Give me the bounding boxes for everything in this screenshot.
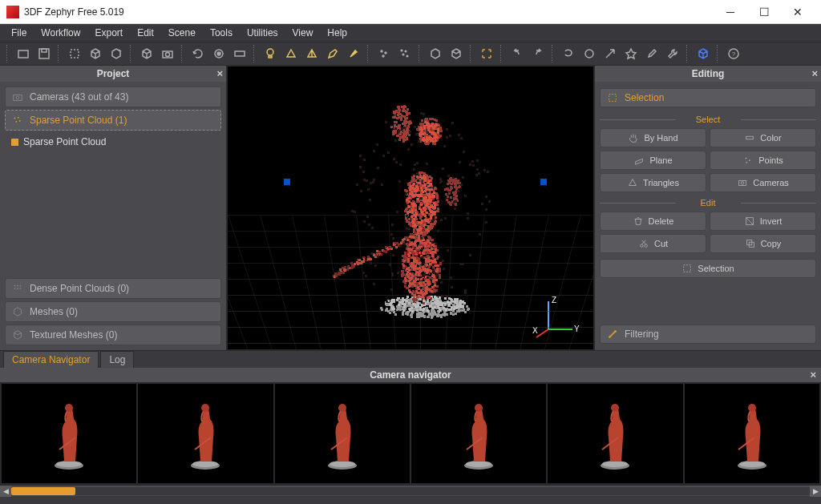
brush-icon[interactable] [345, 45, 362, 62]
svg-point-24 [15, 121, 17, 123]
scroll-right-icon[interactable]: ▶ [810, 486, 821, 497]
dense-point-clouds-group[interactable]: Dense Point Clouds (0) [5, 278, 221, 299]
plane-button[interactable]: Plane [600, 151, 706, 170]
svg-point-52 [614, 330, 617, 333]
textured-icon [12, 329, 23, 341]
svg-point-16 [406, 55, 408, 57]
camera-thumbnail[interactable] [411, 384, 546, 483]
dense-icon [12, 283, 23, 294]
mesh-icon [12, 306, 23, 317]
svg-point-41 [749, 159, 750, 161]
svg-point-64 [338, 404, 346, 412]
maximize-button[interactable]: ☐ [747, 1, 781, 23]
delete-button[interactable]: Delete [600, 212, 706, 231]
by-hand-button[interactable]: By Hand [600, 128, 706, 147]
scroll-handle[interactable] [11, 487, 75, 495]
menu-scene[interactable]: Scene [162, 26, 202, 40]
orbit-icon[interactable] [210, 45, 228, 62]
menu-tools[interactable]: Tools [204, 26, 239, 40]
wrench-icon[interactable] [664, 45, 681, 62]
menu-utilities[interactable]: Utilities [241, 26, 285, 40]
svg-rect-50 [684, 265, 691, 272]
wasd-icon[interactable] [231, 45, 249, 62]
editing-close-icon[interactable]: × [811, 66, 818, 82]
scatter2-icon[interactable] [396, 45, 414, 62]
textured-meshes-group[interactable]: Textured Meshes (0) [5, 325, 221, 345]
svg-point-26 [14, 285, 16, 287]
selection-accordion[interactable]: Selection [600, 88, 816, 107]
camera-thumbnail[interactable] [685, 384, 819, 483]
pencil-icon[interactable] [324, 45, 342, 62]
close-button[interactable]: ✕ [781, 1, 815, 23]
copy-button[interactable]: Copy [710, 234, 816, 253]
triangles-button[interactable]: Triangles [600, 173, 706, 192]
refresh-icon[interactable] [189, 45, 207, 62]
svg-point-17 [585, 50, 593, 58]
cameras-button[interactable]: Cameras [710, 173, 816, 192]
camnav-close-icon[interactable]: × [810, 368, 816, 382]
scroll-left-icon[interactable]: ◀ [0, 486, 11, 497]
menu-export[interactable]: Export [88, 26, 129, 40]
svg-point-27 [17, 285, 18, 287]
menu-file[interactable]: File [5, 26, 33, 40]
cube3-icon[interactable] [447, 45, 465, 62]
cube2-icon[interactable] [427, 45, 444, 62]
svg-point-15 [402, 54, 404, 55]
filtering-label: Filtering [625, 329, 659, 340]
menu-view[interactable]: View [286, 26, 320, 40]
menu-help[interactable]: Help [321, 26, 354, 40]
selection-button[interactable]: Selection [600, 259, 816, 278]
camera-thumbnail[interactable] [138, 384, 273, 483]
wireframe-icon[interactable] [138, 45, 156, 62]
sparse-point-cloud-group[interactable]: Sparse Point Cloud (1) [5, 110, 221, 131]
tab-log[interactable]: Log [100, 351, 134, 368]
menu-workflow[interactable]: Workflow [34, 26, 87, 40]
svg-point-76 [748, 404, 756, 412]
open-icon[interactable] [14, 45, 32, 62]
svg-point-29 [14, 288, 16, 289]
lasso-icon[interactable] [560, 45, 577, 62]
tri2-icon[interactable] [303, 45, 321, 62]
cube-icon[interactable] [87, 45, 104, 62]
camera-thumbnail[interactable] [2, 384, 136, 483]
color-button[interactable]: Color [710, 128, 816, 147]
cut-button[interactable]: Cut [600, 234, 706, 253]
tab-camera-navigator[interactable]: Camera Navigator [3, 351, 99, 368]
redo-icon[interactable] [529, 45, 547, 62]
camera-icon[interactable] [159, 45, 176, 62]
arrow-icon[interactable] [601, 45, 619, 62]
filtering-accordion[interactable]: Filtering [600, 325, 816, 344]
blue-cube-icon[interactable] [694, 45, 712, 62]
lightbulb-icon[interactable] [261, 45, 279, 62]
svg-point-14 [405, 50, 406, 52]
help-icon[interactable]: ? [725, 45, 742, 62]
camnav-scrollbar[interactable]: ◀ ▶ [0, 485, 821, 496]
save-icon[interactable] [35, 45, 53, 62]
camera-thumbnail[interactable] [548, 384, 682, 483]
cameras-group[interactable]: Cameras (43 out of 43) [5, 87, 221, 107]
textured-label: Textured Meshes (0) [30, 329, 117, 341]
circle-icon[interactable] [580, 45, 598, 62]
undo-icon[interactable] [508, 45, 526, 62]
svg-point-9 [267, 49, 273, 55]
camera-thumbnail[interactable] [275, 384, 410, 483]
focus-icon[interactable] [478, 45, 495, 62]
menu-edit[interactable]: Edit [131, 26, 160, 40]
bbox-icon[interactable] [66, 45, 83, 62]
dropper-icon[interactable] [643, 45, 661, 62]
project-close-icon[interactable]: × [216, 66, 223, 82]
svg-rect-20 [14, 95, 22, 100]
star-icon[interactable] [622, 45, 640, 62]
viewport[interactable]: Z Y X [227, 66, 594, 350]
tri1-icon[interactable] [282, 45, 300, 62]
sparse-item-label: Sparse Point Cloud [23, 136, 106, 147]
sparse-item[interactable]: Sparse Point Cloud [5, 133, 221, 151]
points-button[interactable]: Points [710, 151, 816, 170]
meshes-group[interactable]: Meshes (0) [5, 301, 221, 322]
titlebar: 3DF Zephyr Free 5.019 ─ ☐ ✕ [0, 0, 821, 24]
svg-point-44 [741, 182, 744, 185]
minimize-button[interactable]: ─ [714, 1, 747, 23]
scatter1-icon[interactable] [375, 45, 393, 62]
export-icon[interactable] [107, 45, 125, 62]
invert-button[interactable]: Invert [710, 212, 816, 231]
